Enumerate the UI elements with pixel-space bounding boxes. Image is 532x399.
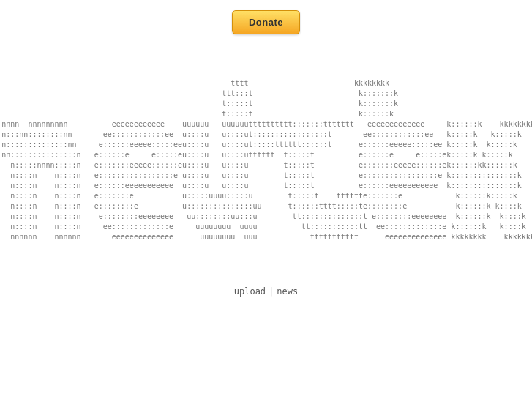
upload-link[interactable]: upload [234, 286, 266, 297]
footer-separator: | [269, 286, 274, 297]
ascii-art-display: tttt kkkkkkkk ttt:::t k:::::::k t:::::t [0, 78, 532, 242]
news-link[interactable]: news [277, 286, 298, 297]
ascii-text: tttt kkkkkkkk ttt:::t k:::::::k t:::::t [0, 78, 532, 242]
footer-navigation: upload | news [0, 286, 532, 297]
donate-section: Donate [0, 0, 532, 34]
donate-button[interactable]: Donate [232, 10, 300, 34]
